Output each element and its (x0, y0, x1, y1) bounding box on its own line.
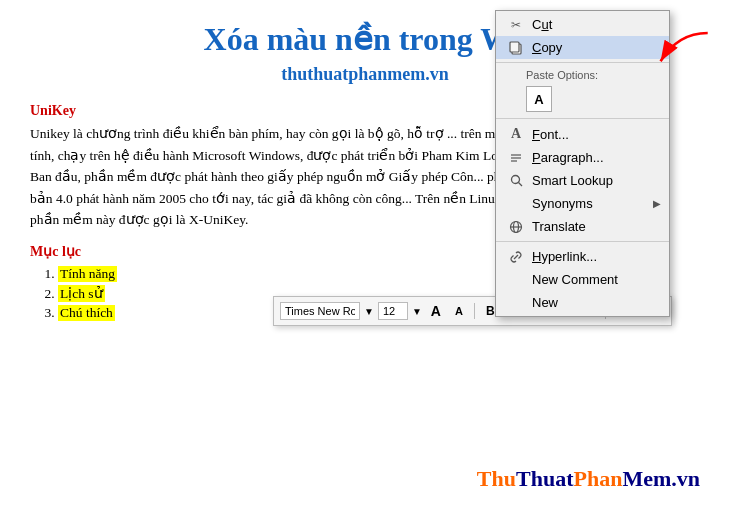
font-name-input[interactable] (280, 302, 360, 320)
synonyms-arrow-icon: ▶ (653, 198, 661, 209)
svg-point-5 (511, 176, 519, 184)
smart-lookup-icon (506, 174, 526, 187)
menu-item-hyperlink[interactable]: Hyperlink... (496, 245, 669, 268)
paste-icon-keep-source[interactable]: A (526, 86, 552, 112)
section1-body: Unikey là chương trình điều khiển bàn ph… (30, 123, 520, 231)
font-icon: A (506, 126, 526, 142)
dropdown-arrow-size[interactable]: ▼ (412, 306, 422, 317)
menu-item-copy[interactable]: Copy (496, 36, 669, 59)
paste-options-label: Paste Options: (496, 66, 669, 83)
font-size-input[interactable] (378, 302, 408, 320)
watermark: ThuThuatPhanMem.vn (477, 466, 700, 492)
menu-separator-2 (496, 118, 669, 119)
menu-item-new[interactable]: New (496, 291, 669, 314)
dropdown-arrow-font[interactable]: ▼ (364, 306, 374, 317)
translate-icon (506, 220, 526, 234)
menu-item-translate[interactable]: Translate (496, 215, 669, 238)
menu-item-new-comment[interactable]: New Comment (496, 268, 669, 291)
hyperlink-icon (506, 250, 526, 264)
context-menu: ✂ Cut Copy Paste Options: A A Font... (495, 10, 670, 317)
svg-line-6 (518, 183, 522, 187)
menu-item-paragraph[interactable]: Paragraph... (496, 146, 669, 169)
increase-font-size-button[interactable]: A (426, 300, 446, 322)
copy-icon (506, 41, 526, 55)
list-item: Lịch sử (58, 285, 105, 302)
menu-separator (496, 62, 669, 63)
red-arrow (652, 28, 712, 72)
menu-separator-3 (496, 241, 669, 242)
menu-item-synonyms[interactable]: Synonyms ▶ (496, 192, 669, 215)
cut-icon: ✂ (506, 18, 526, 32)
toolbar-divider (474, 303, 475, 319)
svg-rect-1 (510, 42, 519, 52)
paragraph-icon (506, 151, 526, 165)
list-item: Chú thích (58, 305, 115, 321)
list-item: Tính năng (58, 266, 117, 282)
menu-item-font[interactable]: A Font... (496, 122, 669, 146)
decrease-font-size-button[interactable]: A (450, 302, 468, 320)
menu-item-cut[interactable]: ✂ Cut (496, 13, 669, 36)
menu-item-smart-lookup[interactable]: Smart Lookup (496, 169, 669, 192)
paste-icons-row: A (496, 83, 669, 115)
